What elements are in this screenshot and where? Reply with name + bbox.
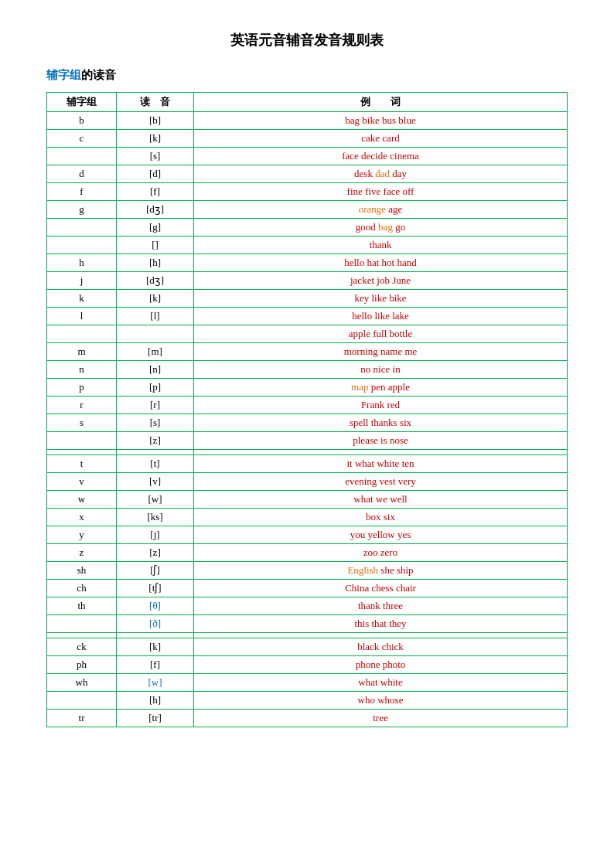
table-row: d[d]desk dad day	[47, 165, 568, 183]
pron-cell: [z]	[117, 544, 194, 562]
table-row: k[k]key like bike	[47, 290, 568, 308]
table-row: z[z]zoo zero	[47, 544, 568, 562]
table-row: g[dʒ]orange age	[47, 201, 568, 219]
table-row: s[s]spell thanks six	[47, 414, 568, 432]
pron-cell: [d]	[117, 165, 194, 183]
words-cell: box six	[194, 509, 568, 526]
pron-cell: [h]	[117, 254, 194, 272]
words-cell: black chick	[194, 638, 568, 656]
group-cell: k	[47, 290, 117, 308]
section-title-black: 的读音	[81, 69, 116, 81]
group-cell	[47, 237, 117, 254]
table-row: [h]who whose	[47, 692, 568, 710]
table-row: apple full bottle	[47, 325, 568, 343]
group-cell: x	[47, 509, 117, 526]
group-cell: tr	[47, 710, 117, 727]
table-row: ch[tʃ]China chess chair	[47, 580, 568, 597]
pron-cell: [g]	[117, 219, 194, 237]
group-cell: wh	[47, 674, 117, 692]
pron-cell: [m]	[117, 343, 194, 361]
words-cell: it what white ten	[194, 455, 568, 473]
pron-cell: [f]	[117, 183, 194, 201]
table-row	[47, 450, 568, 455]
pron-cell: [b]	[117, 112, 194, 130]
pron-cell: [k]	[117, 638, 194, 656]
group-cell: h	[47, 254, 117, 272]
table-row: x[ks]box six	[47, 509, 568, 526]
words-cell: this that they	[194, 615, 568, 633]
group-cell: th	[47, 597, 117, 615]
table-row: y[j]you yellow yes	[47, 526, 568, 544]
group-cell: z	[47, 544, 117, 562]
words-cell: what we well	[194, 491, 568, 509]
words-cell: thank	[194, 237, 568, 254]
group-cell	[47, 615, 117, 633]
words-cell: China chess chair	[194, 580, 568, 597]
words-cell: what white	[194, 674, 568, 692]
group-cell	[47, 148, 117, 165]
group-cell: p	[47, 379, 117, 397]
group-cell	[47, 325, 117, 343]
group-cell: m	[47, 343, 117, 361]
words-cell: hello hat hot hand	[194, 254, 568, 272]
words-cell: thank three	[194, 597, 568, 615]
group-cell: b	[47, 112, 117, 130]
words-cell: hello like lake	[194, 308, 568, 325]
table-row: th[θ]thank three	[47, 597, 568, 615]
words-cell: zoo zero	[194, 544, 568, 562]
words-cell: Frank red	[194, 397, 568, 414]
words-cell: good bag go	[194, 219, 568, 237]
table-row: [g]good bag go	[47, 219, 568, 237]
pron-cell: [p]	[117, 379, 194, 397]
section-title-blue: 辅字组	[46, 69, 81, 81]
group-cell: v	[47, 473, 117, 491]
pron-cell: [ʃ]	[117, 562, 194, 580]
group-cell: sh	[47, 562, 117, 580]
table-row: v[v]evening vest very	[47, 473, 568, 491]
table-row: f[f]fine five face off	[47, 183, 568, 201]
words-cell: tree	[194, 710, 568, 727]
table-row: ph[f]phone photo	[47, 656, 568, 674]
words-cell: cake card	[194, 130, 568, 148]
group-cell	[47, 692, 117, 710]
header-pron: 读 音	[117, 93, 194, 112]
table-row: sh[ʃ]English she ship	[47, 562, 568, 580]
pron-cell: [z]	[117, 432, 194, 450]
group-cell: s	[47, 414, 117, 432]
words-cell: orange age	[194, 201, 568, 219]
pron-cell: [s]	[117, 414, 194, 432]
header-group: 辅字组	[47, 93, 117, 112]
words-cell: phone photo	[194, 656, 568, 674]
group-cell: y	[47, 526, 117, 544]
words-cell: morning name me	[194, 343, 568, 361]
pron-cell	[117, 633, 194, 638]
pron-cell: [tr]	[117, 710, 194, 727]
pron-cell: [θ]	[117, 597, 194, 615]
pron-cell: [tʃ]	[117, 580, 194, 597]
words-cell: face decide cinema	[194, 148, 568, 165]
words-cell: English she ship	[194, 562, 568, 580]
pron-cell: [w]	[117, 674, 194, 692]
table-row: j[dʒ]jacket job June	[47, 272, 568, 290]
words-cell: who whose	[194, 692, 568, 710]
group-cell: ck	[47, 638, 117, 656]
pron-cell: [k]	[117, 290, 194, 308]
pron-cell: [r]	[117, 397, 194, 414]
table-row: [z]please is nose	[47, 432, 568, 450]
table-row: [s]face decide cinema	[47, 148, 568, 165]
words-cell: please is nose	[194, 432, 568, 450]
words-cell	[194, 633, 568, 638]
group-cell: j	[47, 272, 117, 290]
group-cell	[47, 450, 117, 455]
pron-cell: [s]	[117, 148, 194, 165]
pron-cell: [f]	[117, 656, 194, 674]
pron-cell: [n]	[117, 361, 194, 379]
table-row: r[r]Frank red	[47, 397, 568, 414]
words-cell: evening vest very	[194, 473, 568, 491]
words-cell: you yellow yes	[194, 526, 568, 544]
group-cell: w	[47, 491, 117, 509]
pron-cell: [t]	[117, 455, 194, 473]
pron-cell: [dʒ]	[117, 201, 194, 219]
pron-cell: [k]	[117, 130, 194, 148]
table-row: wh[w]what white	[47, 674, 568, 692]
